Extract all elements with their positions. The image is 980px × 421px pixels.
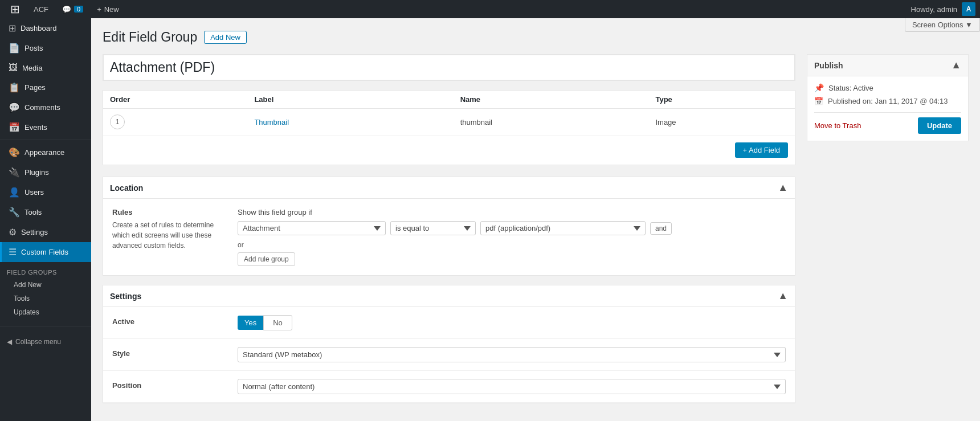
settings-toggle-button[interactable]: ▲ [778, 290, 788, 302]
wp-logo-icon: ⊞ [10, 2, 20, 16]
toggle-yes-button[interactable]: Yes [238, 316, 263, 330]
sidebar-item-label: Dashboard [21, 24, 57, 32]
tools-icon: 🔧 [9, 207, 20, 218]
or-text: or [238, 241, 786, 249]
screen-options-button[interactable]: Screen Options ▼ [905, 18, 980, 32]
events-icon: 📅 [9, 122, 20, 133]
settings-header[interactable]: Settings ▲ [103, 285, 795, 307]
field-name-cell: thumbnail [454, 109, 649, 136]
sidebar-sub-tools[interactable]: Tools [0, 292, 91, 305]
media-icon: 🖼 [9, 63, 18, 73]
move-to-trash-link[interactable]: Move to Trash [814, 121, 861, 130]
published-date-text: Published on: Jan 11, 2017 @ 04:13 [828, 97, 948, 105]
sidebar-item-label: Settings [21, 228, 48, 236]
sidebar-item-label: Tools [24, 208, 42, 216]
style-label: Style [112, 347, 226, 358]
sidebar-item-label: Posts [24, 44, 43, 52]
style-select[interactable]: Standard (WP metabox) [238, 347, 786, 362]
rules-heading: Rules [112, 208, 226, 216]
rules-label-section: Rules Create a set of rules to determine… [112, 208, 226, 266]
page-header: Edit Field Group Add New [103, 30, 969, 45]
status-text: Status: Active [828, 84, 873, 92]
field-label-link[interactable]: Thumbnail [254, 118, 289, 126]
field-group-name-input[interactable] [103, 55, 795, 80]
sidebar-item-dashboard[interactable]: ⊞ Dashboard [0, 18, 91, 38]
sidebar-item-label: Plugins [24, 168, 49, 177]
content-sidebar: Publish ▲ 📌 Status: Active 📅 Published o… [807, 54, 969, 141]
pages-icon: 📋 [9, 82, 20, 93]
field-order-handle[interactable]: 1 [110, 115, 125, 129]
col-name: Name [454, 91, 649, 109]
add-new-button[interactable]: Add New [204, 31, 247, 44]
custom-fields-icon: ☰ [9, 247, 17, 257]
content-layout: Order Label Name Type 1 Thumbnail [103, 54, 969, 415]
howdy-text: Howdy, admin [911, 5, 957, 14]
site-name-text: ACF [34, 5, 48, 14]
sidebar-item-appearance[interactable]: 🎨 Appearance [0, 142, 91, 162]
sidebar-item-plugins[interactable]: 🔌 Plugins [0, 162, 91, 182]
sidebar-item-label: Appearance [24, 148, 64, 157]
settings-title: Settings [110, 292, 141, 301]
position-select[interactable]: Normal (after content) [238, 379, 786, 394]
publish-toggle-button[interactable]: ▲ [951, 59, 961, 71]
sidebar-item-tools[interactable]: 🔧 Tools [0, 202, 91, 222]
add-field-button[interactable]: + Add Field [735, 142, 788, 158]
adminbar-wp-logo[interactable]: ⊞ [5, 0, 26, 18]
sidebar-item-custom-fields[interactable]: ☰ Custom Fields [0, 242, 91, 262]
adminbar-site-name[interactable]: ACF [28, 0, 54, 18]
sidebar-item-label: Custom Fields [21, 248, 68, 256]
sidebar-item-media[interactable]: 🖼 Media [0, 58, 91, 77]
field-order-cell: 1 [103, 109, 247, 136]
field-type-cell: Image [648, 109, 795, 136]
sidebar-item-posts[interactable]: 📄 Posts [0, 38, 91, 58]
adminbar-new[interactable]: + New [91, 0, 125, 18]
position-row: Position Normal (after content) [103, 371, 795, 403]
location-inner: Rules Create a set of rules to determine… [103, 199, 795, 275]
attachment-select[interactable]: Attachment [238, 221, 386, 235]
condition-select[interactable]: is equal to [390, 221, 476, 235]
appearance-icon: 🎨 [9, 147, 20, 158]
pdf-select[interactable]: pdf (application/pdf) [480, 221, 646, 235]
sidebar-item-label: Events [24, 123, 47, 132]
posts-icon: 📄 [9, 43, 20, 54]
sidebar-item-label: Users [24, 188, 44, 197]
status-icon: 📌 [814, 83, 824, 92]
field-groups-section-label: Field Groups [0, 262, 91, 278]
add-rule-group-button[interactable]: Add rule group [238, 252, 295, 266]
location-header[interactable]: Location ▲ [103, 177, 795, 199]
sidebar-sub-updates[interactable]: Updates [0, 305, 91, 319]
sidebar-item-events[interactable]: 📅 Events [0, 117, 91, 137]
publish-date: 📅 Published on: Jan 11, 2017 @ 04:13 [814, 97, 961, 105]
sidebar-item-label: Pages [24, 83, 46, 92]
sidebar: ⊞ Dashboard 📄 Posts 🖼 Media 📋 Pages 💬 Co… [0, 18, 91, 421]
sidebar-item-comments[interactable]: 💬 Comments [0, 97, 91, 117]
publish-box: Publish ▲ 📌 Status: Active 📅 Published o… [807, 54, 969, 141]
location-title: Location [110, 183, 143, 193]
publish-box-header[interactable]: Publish ▲ [807, 55, 968, 76]
sidebar-item-pages[interactable]: 📋 Pages [0, 77, 91, 97]
active-toggle: Yes No [238, 315, 786, 330]
collapse-label: Collapse menu [15, 338, 61, 346]
comment-icon: 💬 [62, 5, 71, 14]
toggle-no-button[interactable]: No [263, 315, 292, 330]
fields-table: Order Label Name Type 1 Thumbnail [103, 91, 795, 136]
update-button[interactable]: Update [918, 117, 961, 134]
sidebar-item-label: Media [22, 64, 42, 72]
sidebar-menu: ⊞ Dashboard 📄 Posts 🖼 Media 📋 Pages 💬 Co… [0, 18, 91, 319]
add-field-row: + Add Field [103, 136, 795, 165]
adminbar-comments[interactable]: 💬 0 [56, 0, 89, 18]
settings-icon: ⚙ [9, 227, 17, 238]
active-toggle-content: Yes No [238, 315, 786, 330]
active-row: Active Yes No [103, 307, 795, 339]
publish-box-body: 📌 Status: Active 📅 Published on: Jan 11,… [807, 76, 968, 141]
collapse-icon: ◀ [7, 338, 12, 346]
page-title: Edit Field Group [103, 30, 197, 45]
sidebar-item-settings[interactable]: ⚙ Settings [0, 222, 91, 242]
new-label: New [104, 5, 119, 14]
position-label: Position [112, 379, 226, 390]
sidebar-sub-add-new[interactable]: Add New [0, 278, 91, 292]
col-order: Order [103, 91, 247, 109]
location-toggle-button[interactable]: ▲ [778, 182, 788, 194]
sidebar-item-users[interactable]: 👤 Users [0, 182, 91, 202]
collapse-menu-button[interactable]: ◀ Collapse menu [0, 333, 91, 350]
